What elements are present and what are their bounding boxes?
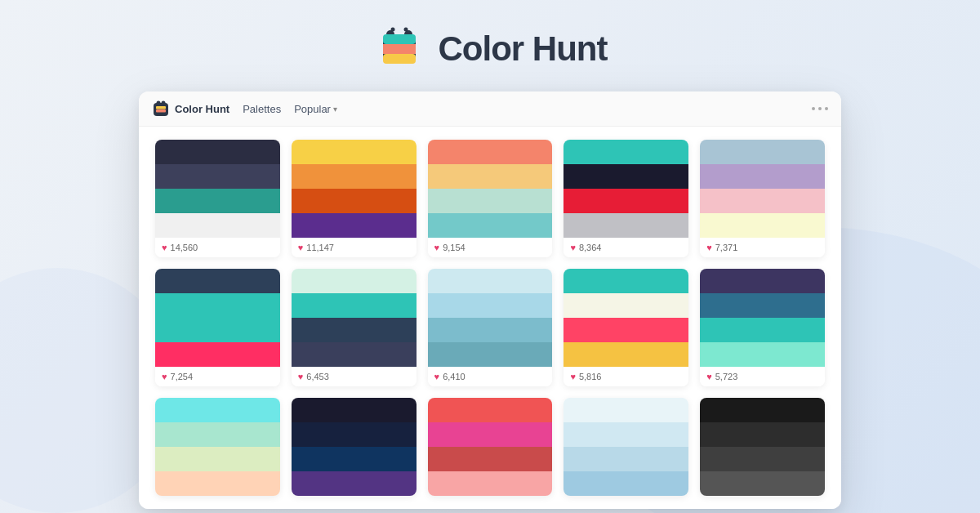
color-strip <box>292 447 416 471</box>
color-strip <box>700 318 825 342</box>
color-strip <box>700 342 825 367</box>
palette-card[interactable]: ♥8,364 <box>564 140 688 257</box>
palette-card[interactable]: ♥14,560 <box>155 140 280 257</box>
palette-card[interactable] <box>155 398 280 496</box>
color-strip <box>155 164 280 189</box>
palette-card[interactable] <box>700 398 825 496</box>
heart-icon: ♥ <box>162 372 167 381</box>
color-strip <box>292 140 416 164</box>
color-strip <box>428 189 553 213</box>
palette-card[interactable] <box>292 398 416 496</box>
palette-footer: ♥14,560 <box>155 238 280 257</box>
hero-section: Color Hunt <box>373 0 608 91</box>
browser-window: Color Hunt Palettes Popular ▾ ♥14,560♥11… <box>139 91 841 509</box>
browser-logo[interactable]: Color Hunt <box>152 100 229 118</box>
hero-logo-icon <box>373 23 425 75</box>
palette-grid: ♥14,560♥11,147♥9,154♥8,364♥7,371♥7,254♥6… <box>139 127 841 509</box>
color-strip <box>155 189 280 213</box>
palette-card[interactable]: ♥11,147 <box>292 140 416 257</box>
like-count: 7,254 <box>171 372 194 381</box>
nav-palettes[interactable]: Palettes <box>243 103 281 115</box>
color-strip <box>564 422 688 447</box>
color-strip <box>564 140 688 164</box>
palette-card[interactable] <box>428 398 553 496</box>
palette-card[interactable]: ♥6,453 <box>292 269 416 386</box>
palette-card[interactable]: ♥6,410 <box>428 269 553 386</box>
color-strip <box>292 164 416 189</box>
color-strip <box>700 447 825 471</box>
heart-icon: ♥ <box>162 243 167 252</box>
color-strip <box>428 398 553 422</box>
color-strip <box>564 213 688 238</box>
color-strip <box>700 398 825 422</box>
color-strip <box>428 471 553 496</box>
dot-icon <box>818 107 822 110</box>
color-strip <box>428 447 553 471</box>
color-strip <box>292 422 416 447</box>
color-strip <box>155 213 280 238</box>
palette-card[interactable] <box>564 398 688 496</box>
color-strip <box>700 293 825 318</box>
color-strip <box>564 342 688 367</box>
nav-popular[interactable]: Popular ▾ <box>294 103 337 115</box>
palette-footer: ♥6,410 <box>428 367 553 386</box>
palette-footer: ♥5,723 <box>700 367 825 386</box>
heart-icon: ♥ <box>298 243 304 252</box>
palette-footer: ♥6,453 <box>292 367 416 386</box>
color-strip <box>292 398 416 422</box>
svg-rect-9 <box>156 106 166 109</box>
svg-rect-10 <box>156 109 166 113</box>
svg-point-12 <box>162 101 166 105</box>
color-strip <box>564 398 688 422</box>
color-strip <box>700 471 825 496</box>
palette-card[interactable]: ♥9,154 <box>428 140 553 257</box>
color-strip <box>428 164 553 189</box>
color-strip <box>564 269 688 293</box>
color-strip <box>292 342 416 367</box>
color-strip <box>155 342 280 367</box>
color-strip <box>155 422 280 447</box>
color-strip <box>155 293 280 318</box>
svg-point-7 <box>403 28 408 32</box>
svg-point-6 <box>390 28 394 32</box>
like-count: 7,371 <box>715 243 738 252</box>
like-count: 5,816 <box>579 372 602 381</box>
palette-card[interactable]: ♥7,254 <box>155 269 280 386</box>
color-strip <box>428 318 553 342</box>
like-count: 8,364 <box>579 243 602 252</box>
like-count: 6,410 <box>443 372 466 381</box>
color-strip <box>564 471 688 496</box>
palette-card[interactable]: ♥5,723 <box>700 269 825 386</box>
color-strip <box>428 293 553 318</box>
color-strip <box>564 293 688 318</box>
palette-footer: ♥7,254 <box>155 367 280 386</box>
like-count: 6,453 <box>306 372 329 381</box>
browser-brand-label: Color Hunt <box>175 103 229 115</box>
browser-navbar: Color Hunt Palettes Popular ▾ <box>139 91 841 127</box>
heart-icon: ♥ <box>570 243 576 252</box>
color-strip <box>700 140 825 164</box>
browser-logo-icon <box>152 100 170 118</box>
dot-icon <box>825 107 828 110</box>
palette-card[interactable]: ♥7,371 <box>700 140 825 257</box>
color-strip <box>700 164 825 189</box>
chevron-down-icon: ▾ <box>333 105 337 114</box>
palette-footer: ♥11,147 <box>292 238 416 257</box>
color-strip <box>292 318 416 342</box>
svg-rect-5 <box>383 54 416 64</box>
svg-point-11 <box>157 101 161 105</box>
color-strip <box>428 140 553 164</box>
color-strip <box>700 189 825 213</box>
color-strip <box>292 471 416 496</box>
heart-icon: ♥ <box>706 372 712 381</box>
color-strip <box>428 269 553 293</box>
nav-dots-menu[interactable] <box>812 107 828 110</box>
palette-card[interactable]: ♥5,816 <box>564 269 688 386</box>
color-strip <box>292 189 416 213</box>
color-strip <box>155 318 280 342</box>
color-strip <box>292 293 416 318</box>
like-count: 11,147 <box>306 243 334 252</box>
heart-icon: ♥ <box>706 243 712 252</box>
like-count: 5,723 <box>715 372 738 381</box>
heart-icon: ♥ <box>434 372 440 381</box>
